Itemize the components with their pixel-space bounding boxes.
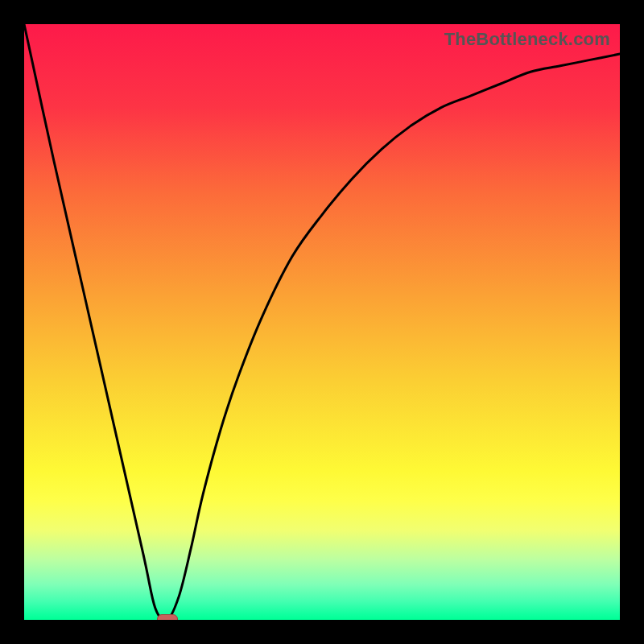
watermark-text: TheBottleneck.com <box>444 29 610 50</box>
plot-area: TheBottleneck.com <box>24 24 620 620</box>
optimum-marker <box>157 614 178 620</box>
background-gradient <box>24 24 620 620</box>
outer-frame: TheBottleneck.com <box>0 0 644 644</box>
